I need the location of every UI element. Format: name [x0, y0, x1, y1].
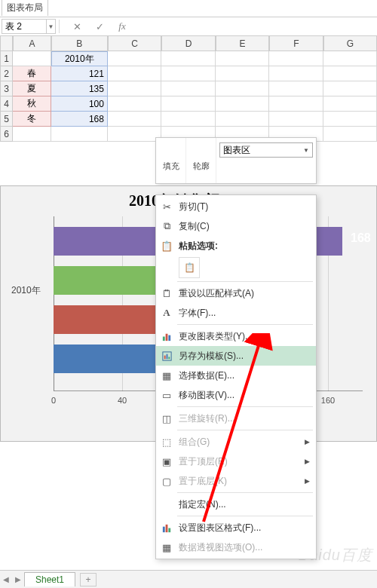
cell[interactable]: [323, 81, 377, 96]
cell[interactable]: 夏: [13, 81, 51, 96]
ctx-label: 另存为模板(S)...: [179, 350, 244, 363]
cell[interactable]: [269, 66, 323, 81]
cell[interactable]: 100: [51, 96, 108, 112]
row-header[interactable]: 4: [0, 96, 13, 112]
col-header[interactable]: D: [161, 36, 215, 51]
cell[interactable]: [269, 51, 323, 66]
cell[interactable]: [269, 112, 323, 127]
row-header[interactable]: 3: [0, 81, 13, 96]
ctx-move-chart[interactable]: ▭移动图表(V)...: [156, 385, 316, 405]
select-data-icon: ▦: [159, 368, 174, 383]
cell[interactable]: [161, 112, 215, 127]
cell[interactable]: [108, 96, 161, 112]
cell[interactable]: 121: [51, 66, 108, 81]
paste-option-button[interactable]: 📋: [179, 257, 200, 278]
cell[interactable]: [269, 96, 323, 112]
bring-front-icon: ▣: [159, 454, 174, 469]
cell[interactable]: [269, 81, 323, 96]
cell[interactable]: [108, 81, 161, 96]
ctx-label: 复制(C): [179, 220, 210, 233]
cell[interactable]: [108, 127, 161, 142]
ctx-label: 置于底层(K): [179, 475, 227, 488]
svg-rect-2: [162, 336, 164, 341]
ctx-select-data[interactable]: ▦选择数据(E)...: [156, 366, 316, 385]
col-header[interactable]: F: [269, 36, 323, 51]
ctx-label: 组合(G): [179, 436, 210, 449]
cell[interactable]: 冬: [13, 112, 51, 127]
ctx-label: 剪切(T): [179, 201, 208, 213]
cell[interactable]: [108, 51, 161, 66]
cell[interactable]: [323, 127, 377, 142]
cell[interactable]: [108, 66, 161, 81]
cancel-icon[interactable]: ✕: [69, 19, 85, 34]
tab-nav-prev[interactable]: ◀: [0, 575, 12, 583]
cell[interactable]: [216, 96, 269, 112]
cell[interactable]: 春: [13, 66, 51, 81]
svg-rect-9: [162, 526, 164, 532]
ctx-format-chart-area[interactable]: 设置图表区格式(F)...: [156, 518, 316, 537]
sheet-tab-sheet1[interactable]: Sheet1: [24, 572, 75, 586]
cell[interactable]: [161, 81, 215, 96]
cell[interactable]: [216, 81, 269, 96]
row-header[interactable]: 5: [0, 112, 13, 127]
col-header[interactable]: G: [323, 36, 377, 51]
svg-rect-10: [165, 524, 167, 531]
cell[interactable]: 秋: [13, 96, 51, 112]
fx-icon[interactable]: fx: [114, 19, 130, 34]
select-all-corner[interactable]: [0, 36, 13, 51]
cell[interactable]: [108, 112, 161, 127]
cell[interactable]: [13, 51, 51, 66]
row-header[interactable]: 2: [0, 66, 13, 81]
ctx-cut[interactable]: ✂剪切(T): [156, 197, 316, 216]
cell[interactable]: 135: [51, 81, 108, 96]
col-header[interactable]: E: [216, 36, 269, 51]
outline-button[interactable]: 轮廓: [186, 138, 216, 183]
send-back-icon: ▢: [159, 473, 174, 488]
cell[interactable]: [323, 66, 377, 81]
row-header[interactable]: 6: [0, 127, 13, 142]
cell[interactable]: [216, 112, 269, 127]
cell[interactable]: [161, 66, 215, 81]
ctx-change-chart-type[interactable]: 更改图表类型(Y)...: [156, 326, 316, 346]
cell[interactable]: [161, 51, 215, 66]
ctx-save-as-template[interactable]: 另存为模板(S)...: [156, 346, 316, 366]
cell[interactable]: [13, 127, 51, 142]
cell[interactable]: [323, 112, 377, 127]
cell[interactable]: 168: [51, 112, 108, 127]
cell[interactable]: [323, 51, 377, 66]
svg-rect-6: [164, 355, 165, 359]
chevron-down-icon: ▼: [303, 147, 309, 154]
ctx-font[interactable]: A字体(F)...: [156, 303, 316, 323]
divider: [59, 20, 60, 33]
cell[interactable]: [323, 96, 377, 112]
ctx-reset-style[interactable]: 🗒重设以匹配样式(A): [156, 283, 316, 303]
x-tick: 0: [51, 396, 56, 405]
copy-icon: ⧉: [159, 219, 174, 234]
ctx-3d-rotation: ◫三维旋转(R)...: [156, 409, 316, 428]
svg-rect-7: [166, 354, 167, 359]
cell[interactable]: [51, 127, 108, 142]
ctx-group: ⬚组合(G)▶: [156, 432, 316, 452]
cell[interactable]: [161, 96, 215, 112]
col-header[interactable]: C: [108, 36, 161, 51]
fill-label: 填充: [163, 161, 179, 172]
ribbon-tab-chart-layout[interactable]: 图表布局: [2, 0, 48, 16]
svg-rect-4: [168, 335, 170, 341]
ctx-paste-options-header: 📋粘贴选项:: [156, 236, 316, 256]
name-box[interactable]: 表 2: [2, 19, 47, 34]
col-header[interactable]: A: [13, 36, 51, 51]
cell[interactable]: [216, 51, 269, 66]
confirm-icon[interactable]: ✓: [91, 19, 108, 34]
ctx-copy[interactable]: ⧉复制(C): [156, 216, 316, 236]
col-header[interactable]: B: [51, 36, 108, 51]
add-sheet-button[interactable]: +: [80, 573, 97, 586]
name-box-dropdown[interactable]: ▼: [47, 19, 56, 34]
tab-nav-next[interactable]: ▶: [12, 575, 24, 583]
cell[interactable]: 2010年: [51, 51, 108, 66]
chart-area-dropdown[interactable]: 图表区 ▼: [219, 142, 313, 158]
svg-rect-8: [168, 357, 170, 359]
row-header[interactable]: 1: [0, 51, 13, 66]
cell[interactable]: [216, 66, 269, 81]
fill-button[interactable]: 填充: [156, 138, 186, 183]
ctx-assign-macro[interactable]: 指定宏(N)...: [156, 495, 316, 514]
